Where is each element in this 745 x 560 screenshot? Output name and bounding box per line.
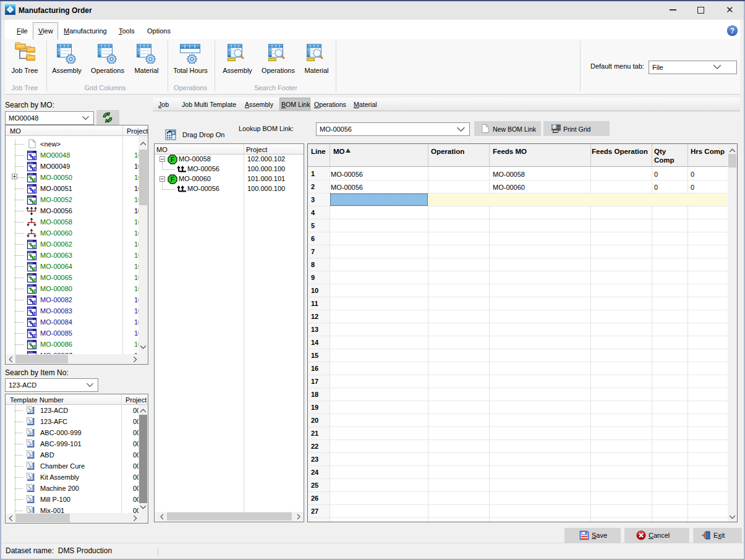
svg-text:?: ? xyxy=(730,27,734,35)
